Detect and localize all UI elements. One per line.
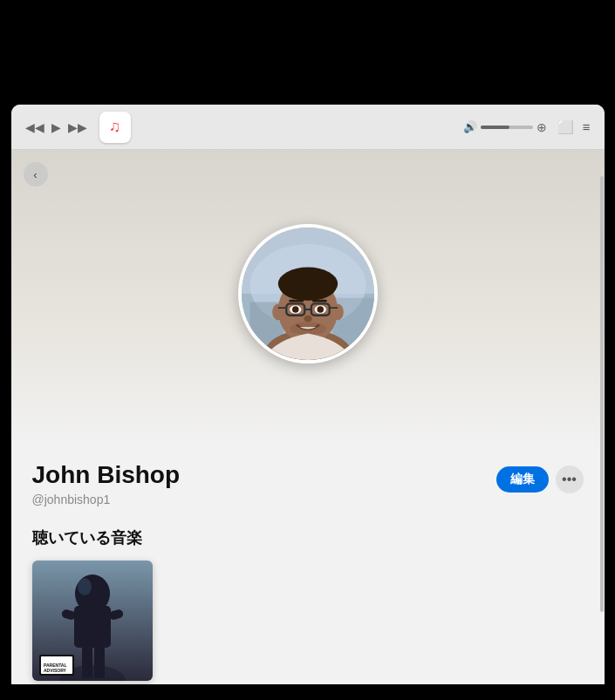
profile-name: John Bishop (32, 460, 181, 490)
titlebar-left: ◀◀ ▶ ▶▶ ♫ (25, 112, 131, 143)
svg-rect-28 (94, 643, 105, 678)
music-note-icon: ♫ (109, 118, 121, 136)
profile-actions: 編集 ••• (496, 466, 584, 493)
back-button[interactable]: ‹ (24, 162, 48, 187)
svg-point-24 (290, 322, 326, 335)
volume-fill (481, 126, 509, 129)
main-window: ◀◀ ▶ ▶▶ ♫ 🔊 (11, 105, 605, 684)
album-cover-svg: PARENTAL ADVISORY (32, 561, 153, 681)
profile-hero: ‹ (11, 150, 605, 446)
fast-forward-icon: ▶▶ (68, 120, 87, 134)
volume-slider[interactable] (481, 126, 533, 129)
right-icons: ⬜ ≡ (557, 119, 591, 135)
avatar-image (242, 228, 374, 360)
album-card[interactable]: PARENTAL ADVISORY CASE STUDY 01 E Daniel… (32, 561, 153, 684)
profile-handle: @johnbishop1 (32, 493, 181, 506)
svg-point-9 (279, 274, 336, 300)
listening-section: 聴いている音楽 (11, 517, 605, 684)
play-button[interactable]: ▶ (51, 120, 61, 134)
menu-button[interactable]: ≡ (583, 119, 591, 134)
volume-icon: 🔊 (463, 120, 477, 133)
avatar (238, 224, 378, 364)
svg-point-22 (317, 306, 324, 313)
more-dots-icon: ••• (562, 472, 577, 487)
volume-control[interactable]: 🔊 ⊕ (463, 120, 547, 134)
albums-row: PARENTAL ADVISORY CASE STUDY 01 E Daniel… (32, 561, 584, 684)
svg-rect-27 (82, 643, 92, 678)
edit-button[interactable]: 編集 (496, 466, 549, 493)
svg-text:ADVISORY: ADVISORY (44, 668, 67, 673)
album-art: PARENTAL ADVISORY (32, 561, 153, 681)
scrollbar-track[interactable] (598, 150, 605, 684)
svg-rect-12 (289, 300, 304, 302)
music-app-icon: ♫ (99, 112, 131, 143)
profile-text: John Bishop @johnbishop1 (32, 460, 181, 506)
titlebar: ◀◀ ▶ ▶▶ ♫ 🔊 (11, 105, 605, 150)
svg-point-11 (331, 303, 343, 320)
captions-icon: ⬜ (557, 119, 574, 135)
listening-section-title: 聴いている音楽 (32, 527, 584, 548)
black-border (0, 0, 615, 105)
profile-info: John Bishop @johnbishop1 編集 ••• (11, 446, 605, 517)
fast-forward-button[interactable]: ▶▶ (68, 120, 87, 134)
captions-button[interactable]: ⬜ (557, 119, 574, 135)
airplay-icon[interactable]: ⊕ (536, 120, 547, 134)
transport-controls: ◀◀ ▶ ▶▶ (25, 120, 87, 134)
svg-point-10 (272, 303, 284, 320)
svg-point-23 (304, 316, 312, 323)
svg-point-21 (291, 306, 298, 313)
svg-rect-13 (311, 300, 326, 302)
svg-point-33 (78, 578, 92, 595)
more-button[interactable]: ••• (556, 466, 584, 493)
rewind-icon: ◀◀ (25, 120, 44, 134)
menu-icon: ≡ (583, 119, 591, 134)
content-area: ‹ (11, 150, 605, 684)
back-arrow-icon: ‹ (33, 168, 37, 181)
titlebar-right: 🔊 ⊕ ⬜ ≡ (463, 119, 591, 135)
play-icon: ▶ (51, 120, 61, 134)
scrollbar-thumb (600, 176, 604, 612)
rewind-button[interactable]: ◀◀ (25, 120, 44, 134)
